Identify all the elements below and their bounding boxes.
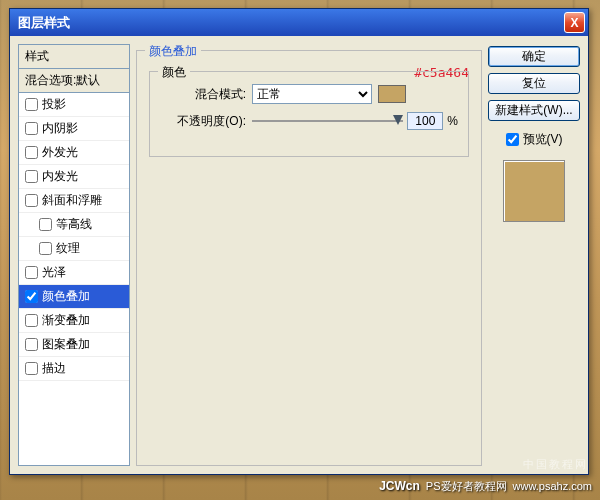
style-checkbox[interactable] [25, 362, 38, 375]
preview-swatch [503, 160, 565, 222]
style-checkbox[interactable] [39, 242, 52, 255]
style-label: 内阴影 [42, 120, 78, 137]
style-checkbox[interactable] [25, 314, 38, 327]
watermark-faint: 中国教程网 [523, 457, 588, 472]
style-label: 图案叠加 [42, 336, 90, 353]
style-checkbox[interactable] [25, 170, 38, 183]
style-checkbox[interactable] [39, 218, 52, 231]
dialog-body: 样式 混合选项:默认 投影内阴影外发光内发光斜面和浮雕等高线纹理光泽颜色叠加渐变… [10, 36, 588, 474]
style-checkbox[interactable] [25, 338, 38, 351]
right-column: 确定 复位 新建样式(W)... 预览(V) [488, 44, 580, 466]
blend-options-row[interactable]: 混合选项:默认 [19, 69, 129, 93]
preview-checkbox[interactable] [506, 133, 519, 146]
slider-thumb[interactable] [393, 115, 403, 125]
style-item[interactable]: 外发光 [19, 141, 129, 165]
dialog-title: 图层样式 [18, 14, 564, 32]
style-item[interactable]: 纹理 [19, 237, 129, 261]
titlebar: 图层样式 X [10, 9, 588, 36]
style-label: 颜色叠加 [42, 288, 90, 305]
new-style-button[interactable]: 新建样式(W)... [488, 100, 580, 121]
inner-title: 颜色 [158, 64, 190, 81]
style-checkbox[interactable] [25, 266, 38, 279]
styles-list: 投影内阴影外发光内发光斜面和浮雕等高线纹理光泽颜色叠加渐变叠加图案叠加描边 [19, 93, 129, 465]
style-label: 纹理 [56, 240, 80, 257]
style-item[interactable]: 内阴影 [19, 117, 129, 141]
watermark-sub1: PS爱好者教程网 [426, 479, 507, 494]
style-item[interactable]: 图案叠加 [19, 333, 129, 357]
color-overlay-group: 颜色叠加 #c5a464 颜色 混合模式: 正常 不透明度(O): [136, 50, 482, 466]
style-label: 光泽 [42, 264, 66, 281]
ok-button[interactable]: 确定 [488, 46, 580, 67]
style-checkbox[interactable] [25, 290, 38, 303]
styles-panel: 样式 混合选项:默认 投影内阴影外发光内发光斜面和浮雕等高线纹理光泽颜色叠加渐变… [18, 44, 130, 466]
cancel-button[interactable]: 复位 [488, 73, 580, 94]
style-label: 渐变叠加 [42, 312, 90, 329]
opacity-label: 不透明度(O): [160, 113, 246, 130]
style-label: 内发光 [42, 168, 78, 185]
blend-mode-label: 混合模式: [160, 86, 246, 103]
style-item[interactable]: 颜色叠加 [19, 285, 129, 309]
style-checkbox[interactable] [25, 194, 38, 207]
styles-header: 样式 [19, 45, 129, 69]
close-button[interactable]: X [564, 12, 585, 33]
style-item[interactable]: 描边 [19, 357, 129, 381]
opacity-unit: % [447, 114, 458, 128]
style-label: 描边 [42, 360, 66, 377]
style-item[interactable]: 等高线 [19, 213, 129, 237]
style-item[interactable]: 渐变叠加 [19, 309, 129, 333]
watermark-sub2: www.psahz.com [513, 480, 592, 492]
opacity-row: 不透明度(O): % [160, 112, 458, 130]
layer-style-dialog: 图层样式 X 样式 混合选项:默认 投影内阴影外发光内发光斜面和浮雕等高线纹理光… [9, 8, 589, 475]
opacity-slider-wrap: % [252, 112, 458, 130]
color-swatch[interactable] [378, 85, 406, 103]
color-fieldset: 颜色 混合模式: 正常 不透明度(O): [149, 71, 469, 157]
style-item[interactable]: 光泽 [19, 261, 129, 285]
style-item[interactable]: 斜面和浮雕 [19, 189, 129, 213]
opacity-slider[interactable] [252, 112, 403, 130]
style-label: 斜面和浮雕 [42, 192, 102, 209]
style-checkbox[interactable] [25, 122, 38, 135]
style-item[interactable]: 内发光 [19, 165, 129, 189]
close-icon: X [570, 16, 578, 30]
style-label: 投影 [42, 96, 66, 113]
style-checkbox[interactable] [25, 98, 38, 111]
style-label: 外发光 [42, 144, 78, 161]
blend-mode-row: 混合模式: 正常 [160, 84, 458, 104]
blend-mode-select[interactable]: 正常 [252, 84, 372, 104]
slider-track [252, 120, 403, 122]
watermark-brand: JCWcn [379, 479, 420, 493]
style-item[interactable]: 投影 [19, 93, 129, 117]
style-checkbox[interactable] [25, 146, 38, 159]
group-title: 颜色叠加 [145, 43, 201, 60]
preview-row: 预览(V) [488, 131, 580, 148]
opacity-input[interactable] [407, 112, 443, 130]
watermark: JCWcn PS爱好者教程网 www.psahz.com [379, 479, 592, 494]
style-label: 等高线 [56, 216, 92, 233]
preview-label: 预览(V) [523, 131, 563, 148]
